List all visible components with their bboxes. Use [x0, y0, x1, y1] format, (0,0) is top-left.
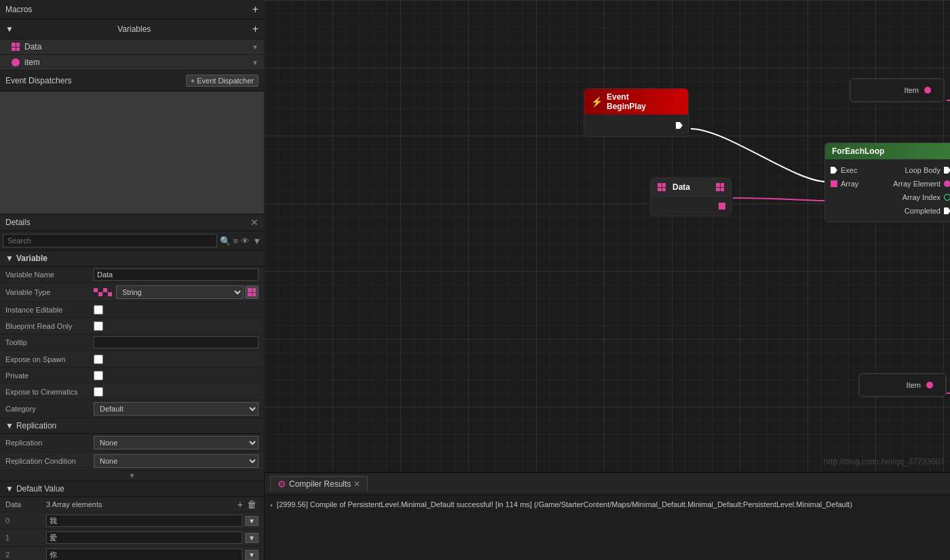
- variable-data-icon: [11, 42, 20, 52]
- event-dispatchers-section: Event Dispatchers + Event Dispatcher: [0, 71, 264, 92]
- instance-editable-checkbox[interactable]: [94, 305, 103, 315]
- prop-category: Category Default: [0, 400, 264, 418]
- compiler-bullet: •: [270, 501, 273, 509]
- details-close-button[interactable]: ✕: [250, 217, 259, 228]
- add-event-dispatcher-button[interactable]: + Event Dispatcher: [186, 75, 259, 87]
- compiler-results-tab[interactable]: ⚙ Compiler Results ✕: [270, 476, 368, 492]
- details-search-bar: 🔍 ≡ 👁 ▼: [0, 231, 264, 251]
- replication-select[interactable]: None: [94, 436, 259, 449]
- prop-expose-on-spawn: Expose on Spawn: [0, 351, 264, 367]
- foreach-completed-label: Completed: [905, 207, 940, 215]
- left-panel: Macros + ▼ Variables + Data ▼: [0, 0, 265, 560]
- variable-type-grid-button[interactable]: [245, 285, 259, 299]
- node-item2[interactable]: Item: [858, 373, 947, 397]
- foreach-arrayindex-pin[interactable]: [944, 194, 950, 201]
- variable-item-item[interactable]: item ▼: [0, 55, 264, 71]
- blueprint-canvas[interactable]: ⚡ Event BeginPlay Data: [265, 0, 950, 472]
- data-array-label: Data: [5, 500, 46, 508]
- compiler-results-panel: ⚙ Compiler Results ✕ • [2999.56] Compile…: [265, 472, 950, 560]
- event-beginplay-title: Event BeginPlay: [607, 92, 670, 111]
- event-beginplay-icon: ⚡: [591, 96, 603, 107]
- private-label: Private: [5, 372, 94, 380]
- variable-name-input[interactable]: [94, 268, 259, 281]
- watermark: http://blog.csdn.net/qq_37233607: [824, 457, 945, 466]
- expose-on-spawn-checkbox[interactable]: [94, 355, 103, 364]
- variable-item-collapse: ▼: [252, 59, 259, 66]
- array-index-0-input[interactable]: [46, 515, 242, 527]
- compiler-message: • [2999.56] Compile of PersistentLevel.M…: [270, 500, 945, 509]
- variables-header[interactable]: ▼ Variables +: [0, 20, 264, 39]
- compiler-icon: ⚙: [278, 479, 286, 489]
- foreach-title: ForEachLoop: [832, 146, 884, 156]
- data-out-pin[interactable]: [719, 203, 725, 209]
- index-2-label: 2: [5, 551, 46, 559]
- array-index-2-input[interactable]: [46, 548, 242, 560]
- foreach-array-label: Array: [841, 180, 858, 188]
- variable-type-select[interactable]: String: [116, 285, 244, 299]
- default-value-header: ▼ Default Value: [0, 481, 264, 497]
- node-item1[interactable]: Item: [850, 78, 945, 102]
- filter-button[interactable]: 👁: [241, 236, 250, 246]
- list-view-button[interactable]: ≡: [233, 236, 239, 246]
- blueprint-read-only-label: Blueprint Read Only: [5, 322, 94, 330]
- variable-section-header: ▼ Variable: [0, 251, 264, 266]
- foreach-exec-in-pin[interactable]: [831, 167, 837, 174]
- canvas-area: ⚡ Event BeginPlay Data: [265, 0, 950, 560]
- node-foreach[interactable]: ForEachLoop Exec Loop Body: [824, 142, 950, 222]
- item2-out-pin[interactable]: [926, 382, 933, 388]
- array-header-row: Data 3 Array elements + 🗑: [0, 497, 264, 513]
- prop-replication-condition: Replication Condition None: [0, 452, 264, 471]
- macros-header[interactable]: Macros +: [0, 0, 264, 20]
- array-delete-button[interactable]: 🗑: [245, 499, 259, 510]
- foreach-exec-label: Exec: [841, 166, 857, 174]
- replication-label: Replication: [5, 439, 94, 447]
- connections-svg: [265, 0, 950, 472]
- array-add-button[interactable]: +: [235, 499, 245, 510]
- event-beginplay-exec-out-pin[interactable]: [676, 122, 683, 129]
- array-index-1-dropdown[interactable]: ▼: [245, 533, 259, 543]
- foreach-arrayelement-pin[interactable]: [944, 180, 950, 187]
- item1-out-pin[interactable]: [924, 87, 931, 94]
- compiler-tab-label: Compiler Results: [289, 479, 351, 489]
- replication-section-header: ▼ Replication: [0, 418, 264, 434]
- blueprint-read-only-checkbox[interactable]: [94, 321, 103, 331]
- item1-label: Item: [905, 86, 919, 94]
- foreach-completed-pin[interactable]: [944, 207, 950, 214]
- foreach-array-in-pin[interactable]: [831, 180, 837, 187]
- node-data-variable[interactable]: Data: [650, 178, 732, 216]
- private-checkbox[interactable]: [94, 371, 103, 380]
- foreach-loopbody-pin[interactable]: [944, 167, 950, 174]
- array-index-2-dropdown[interactable]: ▼: [245, 550, 259, 560]
- item2-label: Item: [907, 381, 921, 389]
- expose-cinematics-label: Expose to Cinematics: [5, 388, 94, 396]
- details-search-input[interactable]: [3, 234, 217, 247]
- data-node-title: Data: [672, 182, 690, 192]
- category-select[interactable]: Default: [94, 402, 259, 416]
- details-header: Details ✕: [0, 214, 264, 231]
- options-button[interactable]: ▼: [252, 236, 261, 246]
- node-event-beginplay[interactable]: ⚡ Event BeginPlay: [584, 88, 689, 137]
- default-value-section: ▼ Default Value Data 3 Array elements + …: [0, 481, 264, 560]
- instance-editable-label: Instance Editable: [5, 306, 94, 314]
- array-index-1-input[interactable]: [46, 532, 242, 544]
- variable-data-label: Data: [24, 42, 41, 52]
- variables-label: Variables: [117, 24, 151, 34]
- prop-expose-cinematics: Expose to Cinematics: [0, 384, 264, 400]
- tooltip-input[interactable]: [94, 336, 259, 348]
- replication-condition-label: Replication Condition: [5, 457, 94, 465]
- variable-item-data[interactable]: Data ▼: [0, 39, 264, 55]
- search-icon-button[interactable]: 🔍: [220, 236, 231, 246]
- compiler-close-button[interactable]: ✕: [354, 479, 360, 489]
- variables-add-button[interactable]: +: [252, 24, 259, 35]
- macros-label: Macros: [5, 5, 32, 14]
- macros-add-button[interactable]: +: [252, 4, 259, 15]
- scroll-down-indicator: ▼: [0, 471, 264, 481]
- variable-name-label: Variable Name: [5, 271, 94, 279]
- replication-condition-select[interactable]: None: [94, 454, 259, 468]
- empty-gray-area: [0, 92, 264, 214]
- expose-cinematics-checkbox[interactable]: [94, 387, 103, 397]
- compiler-message-text: [2999.56] Compile of PersistentLevel.Min…: [277, 500, 852, 508]
- array-index-0-dropdown[interactable]: ▼: [245, 516, 259, 526]
- prop-blueprint-read-only: Blueprint Read Only: [0, 318, 264, 334]
- replication-section-label: Replication: [16, 421, 56, 431]
